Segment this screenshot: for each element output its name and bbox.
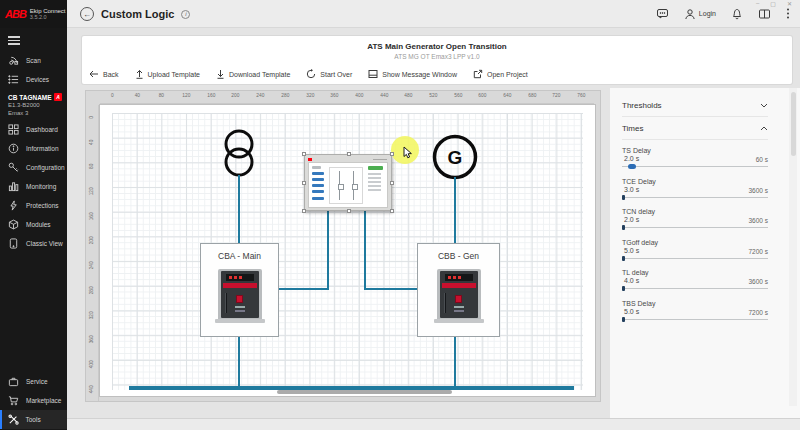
- sidebar-item-classic-view[interactable]: Classic View: [0, 234, 67, 253]
- generator-symbol[interactable]: G: [431, 133, 479, 181]
- sidebar-item-tools[interactable]: Tools: [0, 410, 67, 429]
- svg-text:G: G: [448, 147, 463, 168]
- kebab-menu-icon[interactable]: [786, 7, 790, 20]
- device-info-block[interactable]: CB TAGNAME A E1.3-B2000 Emax 3: [0, 89, 67, 120]
- sidebar-item-monitoring[interactable]: Monitoring: [0, 177, 67, 196]
- modules-cube-icon: [8, 219, 19, 230]
- slider-track[interactable]: [622, 227, 768, 228]
- ruler-tick: 680: [522, 91, 542, 101]
- window-controls: – ▢ ✕: [756, 0, 792, 7]
- line-hmi-drop-right: [364, 211, 366, 290]
- selection-handle[interactable]: [347, 209, 351, 213]
- sidebar-item-marketplace[interactable]: Marketplace: [0, 391, 67, 410]
- sidebar-item-label: Information: [26, 145, 59, 152]
- diagram-page[interactable]: G CBA - Main: [99, 104, 596, 397]
- selection-handle[interactable]: [302, 181, 306, 185]
- ruler-tick: 40: [127, 91, 147, 101]
- sidebar-item-service[interactable]: Service: [0, 372, 67, 391]
- app-version: 3.5.2.0: [30, 14, 66, 20]
- sidebar-item-label: Dashboard: [26, 126, 58, 133]
- classic-view-icon: [8, 238, 19, 249]
- slider-track[interactable]: [622, 197, 768, 198]
- slider-track[interactable]: [622, 258, 768, 259]
- download-template-button[interactable]: Download Template: [216, 69, 290, 79]
- slider-tgoff-delay: TGoff delay 5.0 s 7200 s: [622, 239, 768, 262]
- device-model: E1.3-B2000: [8, 102, 63, 108]
- selection-handle[interactable]: [390, 152, 394, 156]
- transformer-symbol[interactable]: [219, 127, 259, 181]
- info-icon[interactable]: i: [181, 10, 190, 19]
- maximize-button[interactable]: ▢: [770, 0, 776, 7]
- logic-title: ATS Main Generator Open Transition: [82, 42, 792, 51]
- selection-handle[interactable]: [390, 181, 394, 185]
- page-title: Custom Logic: [101, 8, 174, 20]
- ruler-tick: 480: [399, 91, 419, 101]
- ruler-tick: 280: [275, 91, 295, 101]
- close-button[interactable]: ✕: [787, 0, 792, 7]
- logic-subtitle: ATS MG OT Emax3 LPP v1.0: [82, 53, 792, 60]
- horizontal-ruler: 0408012016020024028032036040044048052056…: [100, 91, 594, 104]
- lightning-icon: [8, 200, 19, 211]
- documentation-icon[interactable]: [758, 8, 771, 20]
- selection-handle[interactable]: [302, 152, 306, 156]
- show-message-window-button[interactable]: Show Message Window: [368, 69, 457, 79]
- feedback-icon[interactable]: [656, 7, 669, 20]
- slider-track[interactable]: [622, 288, 768, 289]
- slider-tl-delay: TL delay 4.0 s 3600 s: [622, 269, 768, 292]
- slider-handle[interactable]: [622, 225, 625, 230]
- slider-tbs-delay: TBS Delay 5.0 s 7200 s: [622, 300, 768, 323]
- ekip-connect-window: ABB Ekip Connect 3.5.2.0 ← Custom Logic …: [0, 0, 800, 430]
- back-circle-icon[interactable]: ←: [80, 7, 94, 21]
- slider-handle[interactable]: [622, 195, 625, 200]
- slider-tce-delay: TCE Delay 3.0 s 3600 s: [622, 178, 768, 201]
- sidebar-item-label: Service: [26, 378, 48, 385]
- sidebar-item-devices[interactable]: Devices: [0, 70, 67, 89]
- sidebar-item-protections[interactable]: Protections: [0, 196, 67, 215]
- times-section-header[interactable]: Times: [622, 117, 768, 140]
- sidebar-item-scan[interactable]: Scan: [0, 51, 67, 70]
- breaker-image: [218, 269, 262, 323]
- selection-handle[interactable]: [302, 209, 306, 213]
- sidebar-item-label: Devices: [26, 76, 49, 83]
- sidebar-item-label: Marketplace: [26, 397, 61, 404]
- brand-block: ABB Ekip Connect 3.5.2.0: [0, 0, 67, 28]
- selection-handle[interactable]: [347, 152, 351, 156]
- slider-tcn-delay: TCN delay 2.0 s 3600 s: [622, 208, 768, 231]
- times-sliders: TS Delay 2.0 s 60 s TCE Delay 3.0 s 3600…: [622, 147, 768, 323]
- slider-handle[interactable]: [622, 256, 625, 261]
- slider-handle[interactable]: [622, 317, 625, 322]
- back-button[interactable]: Back: [89, 70, 119, 78]
- ruler-tick: 160: [201, 91, 221, 101]
- slider-track[interactable]: [622, 319, 768, 320]
- upload-template-button[interactable]: Upload Template: [135, 69, 200, 79]
- sidebar-item-configuration[interactable]: Configuration: [0, 158, 67, 177]
- open-project-button[interactable]: Open Project: [473, 69, 528, 79]
- ruler-tick: 360: [325, 91, 345, 101]
- notifications-bell-icon[interactable]: [731, 7, 743, 20]
- abb-ability-icon: A: [54, 93, 62, 101]
- cba-main-breaker-node[interactable]: CBA - Main: [200, 243, 279, 337]
- parameters-panel: Thresholds Times TS Delay 2.0 s 60 s TCE…: [610, 88, 800, 418]
- login-button[interactable]: Login: [684, 8, 716, 20]
- minimize-button[interactable]: –: [756, 0, 759, 6]
- start-over-button[interactable]: Start Over: [306, 69, 352, 79]
- slider-track[interactable]: [622, 166, 768, 167]
- thresholds-section-header[interactable]: Thresholds: [622, 94, 768, 117]
- download-icon: [216, 69, 225, 79]
- slider-handle[interactable]: [628, 164, 636, 169]
- sidebar-item-information[interactable]: Information: [0, 139, 67, 158]
- hamburger-menu-icon[interactable]: [0, 28, 67, 51]
- hmi-screenshot-node[interactable]: [304, 154, 392, 211]
- cbb-gen-breaker-node[interactable]: CBB - Gen: [417, 243, 500, 337]
- selection-handle[interactable]: [390, 209, 394, 213]
- dashboard-grid-icon: [8, 124, 19, 135]
- abb-logo: ABB: [5, 8, 26, 20]
- panel-scrollbar[interactable]: [791, 92, 796, 156]
- sidebar-item-modules[interactable]: Modules: [0, 215, 67, 234]
- canvas-horizontal-scrollbar[interactable]: [277, 390, 452, 394]
- sidebar-item-dashboard[interactable]: Dashboard: [0, 120, 67, 139]
- slider-handle[interactable]: [622, 286, 625, 291]
- devices-list-icon: [8, 74, 19, 85]
- logic-canvas[interactable]: 0408012016020024028032036040044048052056…: [85, 90, 601, 402]
- top-bar: ABB Ekip Connect 3.5.2.0 ← Custom Logic …: [0, 0, 800, 28]
